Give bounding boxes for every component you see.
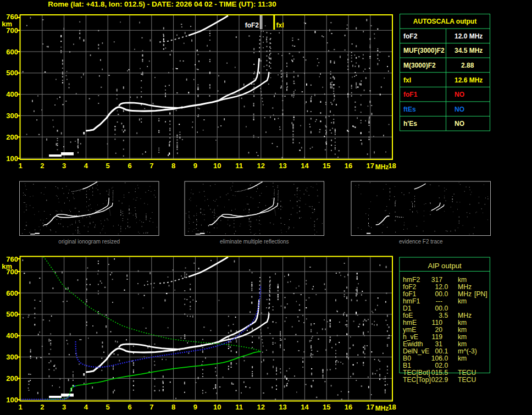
svg-text:MHz: MHz xyxy=(375,163,389,171)
svg-text:8: 8 xyxy=(171,403,175,411)
svg-text:13: 13 xyxy=(279,162,286,170)
svg-text:foF2: foF2 xyxy=(403,32,418,40)
svg-text:700: 700 xyxy=(6,268,18,276)
svg-text:34.5 MHz: 34.5 MHz xyxy=(455,47,483,54)
svg-text:20: 20 xyxy=(435,326,442,334)
svg-text:.1: .1 xyxy=(442,347,448,355)
svg-text:km: km xyxy=(458,326,467,334)
svg-text:hmF2: hmF2 xyxy=(403,276,420,284)
svg-text:106: 106 xyxy=(431,355,443,362)
svg-text:14: 14 xyxy=(301,162,309,170)
svg-text:.0: .0 xyxy=(442,305,448,312)
svg-text:700: 700 xyxy=(6,26,18,35)
svg-text:100: 100 xyxy=(6,154,18,163)
svg-text:5: 5 xyxy=(106,403,110,411)
svg-text:Ewidth: Ewidth xyxy=(403,340,423,348)
svg-text:DelN_vE: DelN_vE xyxy=(403,347,429,355)
svg-text:6: 6 xyxy=(128,162,131,170)
svg-text:fxI: fxI xyxy=(403,76,411,84)
svg-text:TEC[Top]: TEC[Top] xyxy=(403,376,431,384)
svg-text:600: 600 xyxy=(6,289,18,297)
svg-text:12.0 MHz: 12.0 MHz xyxy=(455,32,483,40)
svg-text:4: 4 xyxy=(84,403,88,411)
svg-text:400: 400 xyxy=(6,331,18,340)
svg-text:m^(-3): m^(-3) xyxy=(458,347,477,355)
svg-text:MHz: MHz xyxy=(458,283,472,291)
svg-text:1: 1 xyxy=(18,162,22,170)
svg-text:16: 16 xyxy=(345,403,352,411)
svg-text:foF2: foF2 xyxy=(403,283,417,291)
svg-text:11: 11 xyxy=(235,162,243,170)
svg-text:12: 12 xyxy=(257,162,265,170)
svg-text:.9: .9 xyxy=(442,376,448,384)
svg-text:.0: .0 xyxy=(442,362,448,369)
svg-text:foE: foE xyxy=(403,312,413,319)
svg-text:hmE: hmE xyxy=(403,319,417,327)
svg-text:110: 110 xyxy=(432,319,443,327)
svg-text:NO: NO xyxy=(455,120,464,128)
svg-text:B1: B1 xyxy=(403,362,411,369)
svg-text:D1: D1 xyxy=(403,305,412,312)
svg-text:evidence F2 trace: evidence F2 trace xyxy=(399,239,443,245)
svg-text:AUTOSCALA output: AUTOSCALA output xyxy=(413,18,476,25)
svg-text:TECU: TECU xyxy=(458,376,476,384)
svg-text:15: 15 xyxy=(323,162,330,170)
svg-text:00: 00 xyxy=(435,305,442,312)
svg-text:10: 10 xyxy=(213,162,221,170)
svg-text:300: 300 xyxy=(6,353,18,361)
svg-text:119: 119 xyxy=(432,333,443,341)
svg-text:h_vE: h_vE xyxy=(403,333,418,341)
svg-text:ftEs: ftEs xyxy=(403,106,416,113)
svg-text:km: km xyxy=(458,340,467,348)
svg-text:6: 6 xyxy=(128,403,131,411)
svg-text:.0: .0 xyxy=(442,290,448,298)
svg-text:5: 5 xyxy=(106,162,110,170)
svg-text:15: 15 xyxy=(323,403,330,411)
svg-text:ymE: ymE xyxy=(403,326,416,334)
svg-text:00: 00 xyxy=(435,290,442,298)
svg-text:14: 14 xyxy=(301,403,309,411)
svg-text:M(3000)F2: M(3000)F2 xyxy=(403,62,436,69)
svg-text:hmF1: hmF1 xyxy=(403,297,420,305)
svg-text:1: 1 xyxy=(18,403,22,411)
svg-text:2: 2 xyxy=(40,162,44,170)
svg-text:16: 16 xyxy=(345,162,352,170)
svg-text:[PN]: [PN] xyxy=(474,290,487,298)
svg-text:MHz: MHz xyxy=(458,290,472,298)
svg-text:---: --- xyxy=(436,297,442,305)
svg-text:.5: .5 xyxy=(442,312,448,319)
svg-text:AIP output: AIP output xyxy=(428,262,462,270)
svg-text:km: km xyxy=(458,333,467,341)
svg-text:10: 10 xyxy=(213,403,221,411)
svg-text:12.6 MHz: 12.6 MHz xyxy=(455,76,483,84)
svg-text:022: 022 xyxy=(431,376,443,384)
svg-text:B0: B0 xyxy=(403,355,411,362)
svg-text:2.88: 2.88 xyxy=(461,62,474,69)
svg-text:NO: NO xyxy=(455,91,464,98)
svg-text:foF1: foF1 xyxy=(403,91,418,98)
svg-text:original ionogram resized: original ionogram resized xyxy=(58,239,120,245)
svg-text:Rome (lat: +41.8, lon: 012.5): Rome (lat: +41.8, lon: 012.5) - DATE: 20… xyxy=(48,0,276,8)
svg-text:km: km xyxy=(458,276,467,284)
svg-text:km: km xyxy=(458,355,467,362)
svg-text:17: 17 xyxy=(367,403,374,411)
svg-text:foF2: foF2 xyxy=(245,21,259,29)
svg-text:km: km xyxy=(458,319,467,327)
svg-text:.0: .0 xyxy=(442,355,448,362)
svg-text:18: 18 xyxy=(388,162,396,170)
svg-text:3: 3 xyxy=(62,162,66,170)
svg-text:h'Es: h'Es xyxy=(403,120,417,128)
svg-text:foF1: foF1 xyxy=(403,290,417,298)
svg-text:317: 317 xyxy=(431,276,443,284)
svg-text:18: 18 xyxy=(388,403,396,411)
svg-text:12: 12 xyxy=(435,283,442,291)
svg-text:km: km xyxy=(458,297,467,305)
svg-text:.0: .0 xyxy=(442,283,448,291)
svg-text:17: 17 xyxy=(367,162,374,170)
svg-text:400: 400 xyxy=(6,90,18,98)
svg-text:300: 300 xyxy=(6,112,18,120)
svg-text:11: 11 xyxy=(235,403,243,411)
svg-text:600: 600 xyxy=(6,48,18,56)
svg-text:12: 12 xyxy=(257,403,265,411)
svg-text:200: 200 xyxy=(6,133,18,141)
